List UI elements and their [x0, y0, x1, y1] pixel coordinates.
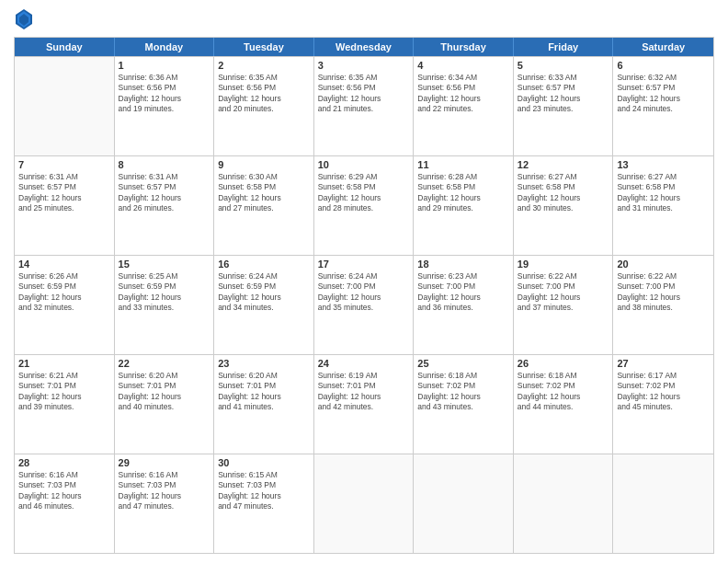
day-info: Sunrise: 6:35 AM Sunset: 6:56 PM Dayligh… [318, 73, 410, 115]
day-number: 3 [318, 60, 410, 71]
day-info: Sunrise: 6:28 AM Sunset: 6:58 PM Dayligh… [417, 172, 509, 214]
day-info: Sunrise: 6:16 AM Sunset: 7:03 PM Dayligh… [18, 470, 110, 512]
calendar-week-4: 21Sunrise: 6:21 AM Sunset: 7:01 PM Dayli… [15, 354, 713, 454]
day-number: 8 [119, 159, 210, 170]
calendar-day-23: 23Sunrise: 6:20 AM Sunset: 7:01 PM Dayli… [214, 355, 314, 454]
header-day-monday: Monday [115, 38, 215, 56]
header-day-saturday: Saturday [613, 38, 713, 56]
logo [14, 9, 36, 29]
day-number: 9 [218, 159, 310, 170]
day-info: Sunrise: 6:29 AM Sunset: 6:58 PM Dayligh… [318, 172, 410, 214]
day-info: Sunrise: 6:27 AM Sunset: 6:58 PM Dayligh… [617, 172, 710, 214]
header [14, 9, 714, 29]
day-number: 16 [218, 259, 310, 270]
calendar-day-3: 3Sunrise: 6:35 AM Sunset: 6:56 PM Daylig… [314, 57, 415, 155]
calendar-day-21: 21Sunrise: 6:21 AM Sunset: 7:01 PM Dayli… [15, 355, 115, 454]
day-number: 1 [119, 60, 210, 71]
logo-icon [16, 9, 32, 29]
calendar-day-20: 20Sunrise: 6:22 AM Sunset: 7:00 PM Dayli… [613, 256, 713, 354]
page: SundayMondayTuesdayWednesdayThursdayFrid… [0, 0, 728, 563]
calendar-day-19: 19Sunrise: 6:22 AM Sunset: 7:00 PM Dayli… [514, 256, 614, 354]
calendar-day-10: 10Sunrise: 6:29 AM Sunset: 6:58 PM Dayli… [314, 156, 415, 255]
day-info: Sunrise: 6:20 AM Sunset: 7:01 PM Dayligh… [218, 371, 310, 413]
calendar-day-1: 1Sunrise: 6:36 AM Sunset: 6:56 PM Daylig… [115, 57, 215, 155]
day-info: Sunrise: 6:17 AM Sunset: 7:02 PM Dayligh… [617, 371, 710, 413]
day-info: Sunrise: 6:30 AM Sunset: 6:58 PM Dayligh… [218, 172, 310, 214]
calendar-day-7: 7Sunrise: 6:31 AM Sunset: 6:57 PM Daylig… [15, 156, 115, 255]
calendar-week-1: 1Sunrise: 6:36 AM Sunset: 6:56 PM Daylig… [15, 56, 713, 155]
day-number: 10 [318, 159, 410, 170]
day-number: 29 [119, 457, 210, 468]
day-info: Sunrise: 6:22 AM Sunset: 7:00 PM Dayligh… [518, 271, 609, 314]
calendar-day-22: 22Sunrise: 6:20 AM Sunset: 7:01 PM Dayli… [115, 355, 215, 454]
day-info: Sunrise: 6:33 AM Sunset: 6:57 PM Dayligh… [518, 73, 609, 115]
day-number: 28 [18, 457, 110, 468]
day-number: 21 [18, 358, 110, 369]
calendar-day-18: 18Sunrise: 6:23 AM Sunset: 7:00 PM Dayli… [414, 256, 514, 354]
day-number: 24 [318, 358, 410, 369]
day-info: Sunrise: 6:25 AM Sunset: 6:59 PM Dayligh… [119, 271, 210, 314]
day-info: Sunrise: 6:24 AM Sunset: 6:59 PM Dayligh… [218, 271, 310, 314]
calendar-body: 1Sunrise: 6:36 AM Sunset: 6:56 PM Daylig… [15, 56, 713, 553]
day-info: Sunrise: 6:19 AM Sunset: 7:01 PM Dayligh… [318, 371, 410, 413]
day-info: Sunrise: 6:24 AM Sunset: 7:00 PM Dayligh… [318, 271, 410, 314]
day-number: 6 [617, 60, 710, 71]
calendar-day-29: 29Sunrise: 6:16 AM Sunset: 7:03 PM Dayli… [115, 454, 215, 553]
day-number: 4 [417, 60, 509, 71]
day-number: 18 [417, 259, 509, 270]
day-info: Sunrise: 6:31 AM Sunset: 6:57 PM Dayligh… [18, 172, 110, 214]
calendar-day-5: 5Sunrise: 6:33 AM Sunset: 6:57 PM Daylig… [514, 57, 614, 155]
calendar-day-24: 24Sunrise: 6:19 AM Sunset: 7:01 PM Dayli… [314, 355, 415, 454]
day-number: 27 [617, 358, 710, 369]
calendar-header: SundayMondayTuesdayWednesdayThursdayFrid… [15, 38, 713, 56]
calendar-day-14: 14Sunrise: 6:26 AM Sunset: 6:59 PM Dayli… [15, 256, 115, 354]
calendar-day-16: 16Sunrise: 6:24 AM Sunset: 6:59 PM Dayli… [214, 256, 314, 354]
calendar-empty-cell [613, 454, 713, 553]
day-number: 17 [318, 259, 410, 270]
calendar-day-9: 9Sunrise: 6:30 AM Sunset: 6:58 PM Daylig… [214, 156, 314, 255]
header-day-thursday: Thursday [414, 38, 514, 56]
calendar-day-28: 28Sunrise: 6:16 AM Sunset: 7:03 PM Dayli… [15, 454, 115, 553]
calendar-day-17: 17Sunrise: 6:24 AM Sunset: 7:00 PM Dayli… [314, 256, 415, 354]
day-number: 7 [18, 159, 110, 170]
day-number: 11 [417, 159, 509, 170]
calendar-day-6: 6Sunrise: 6:32 AM Sunset: 6:57 PM Daylig… [613, 57, 713, 155]
day-info: Sunrise: 6:35 AM Sunset: 6:56 PM Dayligh… [218, 73, 310, 115]
day-number: 22 [119, 358, 210, 369]
header-day-tuesday: Tuesday [214, 38, 314, 56]
day-number: 14 [18, 259, 110, 270]
calendar-day-12: 12Sunrise: 6:27 AM Sunset: 6:58 PM Dayli… [514, 156, 614, 255]
day-number: 12 [518, 159, 609, 170]
calendar-day-27: 27Sunrise: 6:17 AM Sunset: 7:02 PM Dayli… [613, 355, 713, 454]
calendar-empty-cell [414, 454, 514, 553]
calendar-day-2: 2Sunrise: 6:35 AM Sunset: 6:56 PM Daylig… [214, 57, 314, 155]
header-day-friday: Friday [514, 38, 614, 56]
calendar: SundayMondayTuesdayWednesdayThursdayFrid… [14, 37, 714, 554]
day-info: Sunrise: 6:20 AM Sunset: 7:01 PM Dayligh… [119, 371, 210, 413]
calendar-day-11: 11Sunrise: 6:28 AM Sunset: 6:58 PM Dayli… [414, 156, 514, 255]
day-number: 19 [518, 259, 609, 270]
day-info: Sunrise: 6:15 AM Sunset: 7:03 PM Dayligh… [218, 470, 310, 512]
calendar-week-5: 28Sunrise: 6:16 AM Sunset: 7:03 PM Dayli… [15, 454, 713, 553]
day-number: 25 [417, 358, 509, 369]
day-info: Sunrise: 6:32 AM Sunset: 6:57 PM Dayligh… [617, 73, 710, 115]
calendar-day-15: 15Sunrise: 6:25 AM Sunset: 6:59 PM Dayli… [115, 256, 215, 354]
calendar-empty-cell [514, 454, 614, 553]
day-number: 23 [218, 358, 310, 369]
day-number: 20 [617, 259, 710, 270]
calendar-day-26: 26Sunrise: 6:18 AM Sunset: 7:02 PM Dayli… [514, 355, 614, 454]
calendar-day-4: 4Sunrise: 6:34 AM Sunset: 6:56 PM Daylig… [414, 57, 514, 155]
calendar-day-13: 13Sunrise: 6:27 AM Sunset: 6:58 PM Dayli… [613, 156, 713, 255]
day-info: Sunrise: 6:34 AM Sunset: 6:56 PM Dayligh… [417, 73, 509, 115]
day-info: Sunrise: 6:27 AM Sunset: 6:58 PM Dayligh… [518, 172, 609, 214]
calendar-empty-cell [15, 57, 115, 155]
day-info: Sunrise: 6:18 AM Sunset: 7:02 PM Dayligh… [518, 371, 609, 413]
calendar-empty-cell [314, 454, 415, 553]
day-number: 5 [518, 60, 609, 71]
calendar-day-25: 25Sunrise: 6:18 AM Sunset: 7:02 PM Dayli… [414, 355, 514, 454]
day-info: Sunrise: 6:26 AM Sunset: 6:59 PM Dayligh… [18, 271, 110, 314]
calendar-week-2: 7Sunrise: 6:31 AM Sunset: 6:57 PM Daylig… [15, 155, 713, 255]
day-info: Sunrise: 6:22 AM Sunset: 7:00 PM Dayligh… [617, 271, 710, 314]
calendar-day-30: 30Sunrise: 6:15 AM Sunset: 7:03 PM Dayli… [214, 454, 314, 553]
day-number: 2 [218, 60, 310, 71]
